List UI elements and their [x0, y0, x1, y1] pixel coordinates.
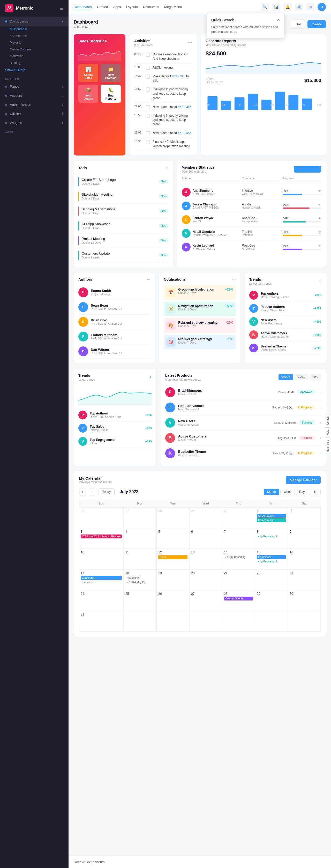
sidebar-sub-bidding[interactable]: Bidding: [0, 60, 69, 66]
cal-event[interactable]: All Day Event: [257, 514, 286, 518]
trend-val: +826: [315, 293, 321, 297]
activity-checkbox[interactable]: [146, 131, 150, 135]
activities-header: Activities 890,344 Sales •••: [134, 39, 192, 46]
calendar-today-button[interactable]: Today: [99, 489, 114, 495]
todo-add-icon[interactable]: +: [166, 165, 168, 171]
filter-button[interactable]: Filter: [290, 20, 305, 28]
activities-card: Activities 890,344 Sales ••• 08:42 Outli…: [130, 34, 197, 155]
latest-products-header-left: Latest Products More than 400 new produc…: [165, 373, 201, 381]
products-tab-week[interactable]: Week: [294, 374, 308, 380]
notif-icon-rebrand: 🎨: [166, 321, 175, 330]
float-tab-bug-fixes[interactable]: Bug Fixes: [325, 438, 331, 454]
float-tab-help[interactable]: Help: [325, 427, 331, 437]
trend-sub: Randy, Steve, Nice: [261, 309, 285, 312]
trends-large-add-icon[interactable]: +: [149, 374, 152, 380]
calendar-prev-button[interactable]: ‹: [79, 488, 86, 495]
activity-checkbox[interactable]: [146, 105, 150, 109]
chart-label-mar: Mar: [222, 103, 226, 106]
sidebar-item-authentication[interactable]: Authentication ›: [0, 100, 69, 109]
arrow-right-icon[interactable]: ›: [320, 390, 321, 394]
activity-checkbox[interactable]: [146, 66, 150, 70]
sidebar-show-more[interactable]: Show 10 More: [0, 66, 69, 74]
create-button[interactable]: Create: [307, 20, 326, 28]
nav-apps[interactable]: Apps: [113, 4, 121, 10]
cal-event[interactable]: • 1:30p Reporting: [224, 555, 253, 559]
products-tab-day[interactable]: Day: [309, 374, 321, 380]
activity-checkbox[interactable]: [146, 114, 150, 118]
member-company-info: Agoda Houses & Hotels: [242, 203, 280, 209]
calendar-tab-list[interactable]: List: [309, 489, 321, 495]
nav-resources[interactable]: Resources: [143, 4, 159, 10]
sidebar-item-pages[interactable]: Pages ›: [0, 82, 69, 91]
svg-rect-0: [207, 96, 218, 110]
calendar-tab-week[interactable]: Week: [280, 489, 295, 495]
sidebar-sub-multipurpose[interactable]: Multipurpose: [0, 26, 69, 33]
stats-button[interactable]: 📊: [272, 3, 280, 11]
grid-button[interactable]: ⊞: [306, 3, 315, 11]
calendar-next-button[interactable]: ›: [89, 488, 96, 495]
settings-button[interactable]: ⚙️: [295, 3, 303, 11]
author-role: PHP, SQLite, Artisan CLI: [91, 322, 122, 325]
arrow-right-icon[interactable]: ›: [320, 451, 321, 455]
activity-checkbox[interactable]: [146, 74, 150, 79]
calendar-tab-month[interactable]: Month: [264, 489, 279, 495]
arrow-right-icon[interactable]: ›: [320, 436, 321, 440]
cal-event[interactable]: ICT Expo 2017 - Product Release: [81, 534, 122, 538]
cal-event[interactable]: • 4p Repeating E: [257, 534, 286, 538]
todo-badge: New: [159, 224, 168, 228]
cal-event[interactable]: Dinner: [158, 555, 188, 559]
float-tab-demo5[interactable]: Demo5: [325, 414, 331, 427]
sidebar-sub-projects[interactable]: Projects: [0, 39, 69, 46]
footer-docs-link[interactable]: Docs & Components: [74, 860, 104, 864]
trend-val: +82$: [145, 440, 152, 443]
notifications-more-icon[interactable]: •••: [232, 277, 236, 281]
sidebar-toggle-icon[interactable]: ☰: [60, 6, 63, 11]
eye-icon[interactable]: 👁: [318, 217, 321, 220]
cal-event[interactable]: • 7a Birthday Pa: [125, 580, 155, 584]
nav-layouts[interactable]: Layouts: [126, 4, 138, 10]
activities-more-icon[interactable]: •••: [188, 40, 192, 45]
search-button[interactable]: 🔍: [261, 3, 269, 11]
nav-crafted[interactable]: Crafted: [97, 4, 108, 10]
new-member-button[interactable]: + New Member: [294, 166, 321, 173]
manage-calendar-button[interactable]: Manage Calendar: [286, 476, 321, 484]
sidebar-item-dashboards[interactable]: Dashboards ▾: [0, 17, 69, 26]
nav-dashboards[interactable]: Dashboards: [74, 4, 92, 10]
qs-close-button[interactable]: ✕: [277, 17, 280, 22]
activity-link[interactable]: USD 700.: [172, 74, 186, 78]
activity-link[interactable]: #XF-2356: [178, 105, 191, 108]
cal-event[interactable]: Conference: [257, 555, 286, 559]
products-tab-month[interactable]: Month: [278, 374, 293, 380]
authors-more-icon[interactable]: •••: [147, 277, 151, 281]
sidebar-sub-courses[interactable]: Online Courses: [0, 46, 69, 53]
arrow-right-icon[interactable]: ›: [320, 405, 321, 409]
trends-add-icon[interactable]: +: [318, 278, 321, 284]
nav-mega-menu[interactable]: Mega Menu: [164, 4, 182, 10]
cal-event[interactable]: Colorful Google: [224, 597, 253, 600]
todo-item-title: Scoping & Estimations: [82, 207, 157, 211]
sidebar-item-utilities[interactable]: Utilities ›: [0, 109, 69, 118]
cal-date: 1: [257, 509, 286, 513]
eye-icon[interactable]: 👁: [318, 203, 321, 207]
notification-button[interactable]: 🔔: [284, 3, 292, 11]
activity-checkbox[interactable]: [146, 53, 150, 57]
activity-link[interactable]: #XF-2356: [178, 131, 191, 135]
arrow-right-icon[interactable]: ›: [320, 421, 321, 425]
cal-event-more[interactable]: + 4 more: [81, 580, 122, 584]
sidebar-sub-marketing[interactable]: Marketing: [0, 53, 69, 60]
sidebar-item-account[interactable]: Account ›: [0, 91, 69, 100]
eye-icon[interactable]: 👁: [318, 189, 321, 193]
eye-icon[interactable]: 👁: [318, 230, 321, 234]
calendar-tab-day[interactable]: Day: [296, 489, 308, 495]
sidebar-item-widgets[interactable]: Widgets ›: [0, 118, 69, 127]
cal-event[interactable]: • 4p Repeating E: [257, 560, 286, 563]
user-avatar[interactable]: U: [318, 3, 326, 11]
eye-icon[interactable]: 👁: [318, 244, 321, 248]
cal-event[interactable]: Company Trip: [257, 518, 286, 522]
members-list: A Ana Simmons HTML, JS, ReactJS Intertic…: [182, 186, 321, 254]
sidebar-sub-ecommerce[interactable]: eCommerce: [0, 33, 69, 39]
cal-event[interactable]: Conference: [81, 576, 122, 580]
activity-checkbox[interactable]: [146, 88, 150, 92]
activity-checkbox[interactable]: [146, 140, 150, 144]
cal-event[interactable]: • 5a Dinner: [125, 576, 155, 580]
